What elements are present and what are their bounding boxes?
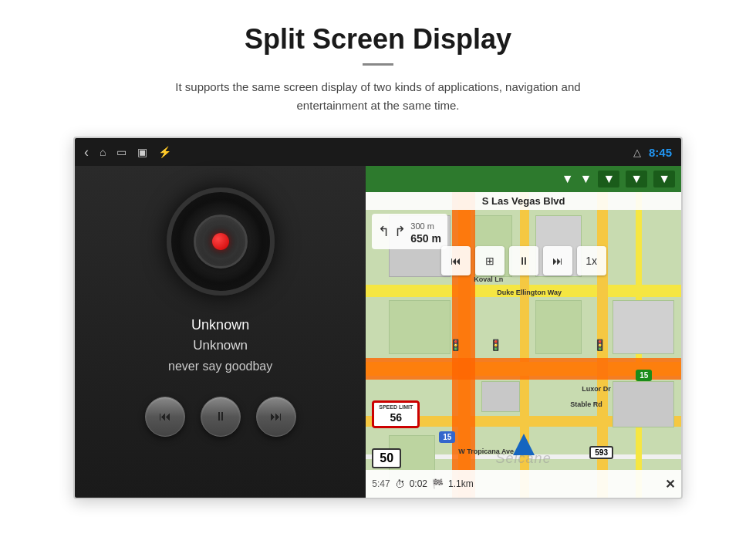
- highway-badge-1: 15: [439, 431, 455, 443]
- nav-map: S Las Vegas Blvd ↰ ↱ 300 m 650 m ⏮: [366, 192, 681, 498]
- nav-grid-button[interactable]: ⊞: [475, 246, 505, 275]
- status-bar-icons: ‹ ⌂ ▭ ▣ ⚡: [84, 144, 623, 160]
- nav-grid-icon: ⊞: [485, 255, 494, 267]
- track-name: never say goodbay: [168, 360, 272, 373]
- window-icon[interactable]: ▭: [116, 146, 127, 158]
- album-art: [167, 187, 275, 296]
- track-artist: Unknown: [193, 338, 248, 353]
- nav-dist-flag: 🏁: [432, 478, 444, 489]
- nav-eta-value: 0:02: [410, 478, 427, 489]
- title-divider: [363, 63, 393, 66]
- album-inner: [194, 215, 248, 269]
- pause-icon: ⏸: [214, 410, 227, 424]
- home-icon[interactable]: ⌂: [100, 146, 106, 158]
- clock-display: 8:45: [649, 146, 672, 159]
- music-panel: Unknown Unknown never say goodbay ⏮ ⏸ ⏭: [75, 166, 366, 498]
- nav-speed-label: 1x: [586, 255, 597, 267]
- road-label-tropicana: W Tropicana Ave: [458, 448, 514, 455]
- nav-next-icon: ⏭: [552, 255, 563, 267]
- nav-close-button[interactable]: ✕: [665, 477, 675, 492]
- device-frame: ‹ ⌂ ▭ ▣ ⚡ △ 8:45 Unknown Unknown never s…: [73, 137, 683, 499]
- split-screen: Unknown Unknown never say goodbay ⏮ ⏸ ⏭ …: [75, 166, 681, 498]
- nav-speed-button[interactable]: 1x: [577, 246, 606, 275]
- prev-track-button[interactable]: ⏮: [145, 397, 185, 437]
- traffic-light-3: 🚦: [593, 339, 606, 351]
- nav-prev-button[interactable]: ⏮: [441, 246, 471, 275]
- nav-pause-button[interactable]: ⏸: [509, 246, 538, 275]
- speed-limit-sign: SPEED LIMIT 56: [372, 400, 420, 428]
- track-title: Unknown: [191, 317, 249, 333]
- nav-current-time: 5:47: [372, 478, 390, 489]
- gps-arrow: [513, 434, 535, 455]
- prev-icon: ⏮: [159, 410, 171, 424]
- status-bar-right: △ 8:45: [633, 146, 672, 159]
- nav-eta-icon: ⏱: [395, 478, 405, 490]
- play-pause-button[interactable]: ⏸: [201, 397, 241, 437]
- road-name-banner: S Las Vegas Blvd: [366, 192, 681, 210]
- nav-arrow-1: ▼: [562, 172, 574, 186]
- nav-panel: ▼ ▼ ▼ ▼ ▼: [366, 166, 681, 498]
- speed-display: 50: [372, 448, 401, 468]
- nav-pause-icon: ⏸: [518, 255, 529, 267]
- notification-icon: △: [633, 147, 641, 158]
- turn-right-icon: ↱: [394, 223, 406, 240]
- traffic-light-1: 🚦: [449, 339, 462, 351]
- nav-arrow-highlight-2: ▼: [626, 171, 647, 187]
- media-overlay: ⏮ ⊞ ⏸ ⏭ 1x: [441, 246, 606, 275]
- road-label-duke: Duke Ellington Way: [497, 289, 562, 296]
- back-icon[interactable]: ‹: [84, 144, 89, 160]
- album-center-dot: [212, 233, 229, 250]
- nav-header: ▼ ▼ ▼ ▼ ▼: [366, 166, 681, 192]
- route-badge-593: 593: [589, 446, 613, 459]
- turn-instruction: ↰ ↱ 300 m 650 m: [372, 214, 447, 249]
- next-track-button[interactable]: ⏭: [256, 397, 296, 437]
- road-label-luxor: Luxor Dr: [582, 385, 611, 393]
- nav-arrow-highlight-1: ▼: [598, 171, 619, 187]
- main-distance: 650 m: [410, 232, 441, 245]
- nav-distance-value: 1.1km: [448, 478, 660, 489]
- page-subtitle: It supports the same screen display of t…: [139, 78, 617, 115]
- page-title: Split Screen Display: [245, 23, 511, 56]
- next-icon: ⏭: [270, 410, 282, 424]
- turn-left-icon: ↰: [378, 223, 390, 240]
- nav-arrow-2: ▼: [580, 172, 592, 186]
- usb-icon[interactable]: ⚡: [158, 146, 171, 158]
- nav-bottom-bar: 5:47 ⏱ 0:02 🏁 1.1km ✕: [366, 470, 681, 498]
- nav-prev-icon: ⏮: [451, 255, 461, 267]
- nav-next-button[interactable]: ⏭: [543, 246, 572, 275]
- speed-limit-value: 56: [390, 411, 402, 424]
- music-controls: ⏮ ⏸ ⏭: [145, 397, 296, 437]
- nav-arrow-highlight-3: ▼: [653, 171, 675, 187]
- status-bar: ‹ ⌂ ▭ ▣ ⚡ △ 8:45: [75, 138, 681, 166]
- highway-badge-2: 15: [636, 370, 652, 381]
- gallery-icon[interactable]: ▣: [137, 146, 147, 158]
- speed-limit-label: SPEED LIMIT: [379, 404, 413, 410]
- road-label-stable: Stable Rd: [570, 400, 602, 408]
- traffic-light-2: 🚦: [489, 339, 502, 351]
- road-label-koval: Koval Ln: [474, 275, 503, 283]
- turn-distance: 300 m: [410, 221, 434, 231]
